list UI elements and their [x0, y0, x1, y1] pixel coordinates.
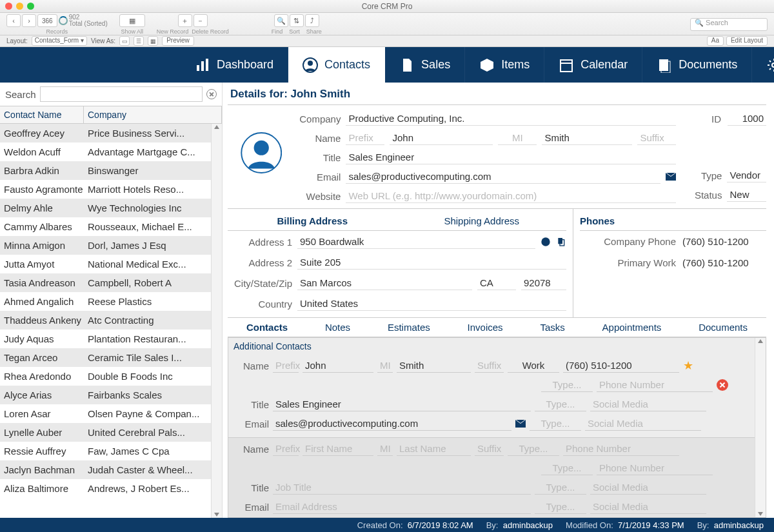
list-item[interactable]: Aliza BaltimoreAndrews, J Robert Es...: [0, 479, 211, 498]
list-item[interactable]: Judy AquasPlantation Restauran...: [0, 330, 211, 348]
list-item[interactable]: Loren AsarOlsen Payne & Compan...: [0, 404, 211, 423]
tab-preferences[interactable]: Preferences: [752, 47, 774, 83]
ac-first[interactable]: John: [303, 359, 373, 373]
dtab-appointments[interactable]: Appointments: [596, 322, 668, 333]
state-field[interactable]: CA: [477, 276, 516, 290]
show-all-button[interactable]: ▦: [119, 14, 145, 27]
tab-contacts[interactable]: Contacts: [288, 47, 385, 83]
first-name-field[interactable]: John: [390, 131, 493, 145]
prefix-field[interactable]: Prefix: [346, 131, 384, 145]
scroll-down-icon[interactable]: [758, 512, 763, 516]
col-contact-name[interactable]: Contact Name: [0, 106, 84, 123]
sort-button[interactable]: ⇅: [290, 14, 304, 27]
find-button[interactable]: 🔍: [274, 14, 288, 27]
share-button[interactable]: ⤴: [305, 14, 319, 27]
preview-button[interactable]: Preview: [162, 36, 194, 46]
globe-icon[interactable]: [541, 237, 551, 247]
nav-bar: Dashboard Contacts Sales Items Calendar …: [0, 47, 774, 83]
col-company[interactable]: Company: [84, 106, 222, 123]
copy-icon[interactable]: [556, 237, 566, 247]
billing-tab[interactable]: Billing Address: [228, 212, 397, 230]
mail-icon[interactable]: [666, 173, 676, 181]
shipping-tab[interactable]: Shipping Address: [397, 212, 567, 230]
search-top[interactable]: 🔍 Search: [690, 18, 768, 31]
list-item[interactable]: Rhea AredondoDouble B Foods Inc: [0, 367, 211, 386]
star-icon[interactable]: ★: [683, 359, 693, 373]
last-name-field[interactable]: Smith: [542, 131, 632, 145]
dtab-contacts[interactable]: Contacts: [240, 322, 294, 333]
list-item[interactable]: Jutta AmyotNational Medical Exc...: [0, 255, 211, 273]
tab-dashboard[interactable]: Dashboard: [181, 47, 288, 83]
addr2-field[interactable]: Suite 205: [297, 255, 566, 270]
type-field[interactable]: Vendor: [727, 168, 766, 182]
ac-last[interactable]: Smith: [397, 359, 471, 373]
ac-ptype[interactable]: Work: [508, 359, 559, 373]
tab-items[interactable]: Items: [465, 47, 544, 83]
list-item[interactable]: Cammy AlbaresRousseaux, Michael E...: [0, 217, 211, 236]
edit-layout-button[interactable]: Edit Layout: [726, 36, 768, 46]
list-item[interactable]: Thaddeus AnkenyAtc Contracting: [0, 311, 211, 330]
nav-back[interactable]: ‹: [6, 14, 21, 27]
country-field[interactable]: United States: [297, 297, 566, 311]
tab-sales[interactable]: Sales: [385, 47, 465, 83]
titlebar: Core CRM Pro: [0, 0, 774, 13]
mi-field[interactable]: MI: [498, 131, 537, 145]
city-field[interactable]: San Marcos: [297, 276, 472, 290]
suffix-field[interactable]: Suffix: [637, 131, 676, 145]
ac-email[interactable]: sales@productivecomputing.com: [273, 417, 511, 431]
scroll-up-icon[interactable]: [758, 339, 763, 343]
list-item[interactable]: Fausto AgramonteMarriott Hotels Reso...: [0, 180, 211, 199]
list-item[interactable]: Ressie AuffreyFaw, James C Cpa: [0, 442, 211, 460]
email-field[interactable]: sales@productivecomputing.com: [346, 170, 660, 184]
zip-field[interactable]: 92078: [521, 276, 566, 290]
toolbar: ‹ › 366 902Total (Sorted) Records ▦ Show…: [0, 13, 774, 35]
view-form[interactable]: ▭: [119, 36, 130, 46]
website-field[interactable]: Web URL (e.g. http://www.yourdomain.com): [346, 189, 676, 203]
list-item[interactable]: Jaclyn BachmanJudah Caster & Wheel...: [0, 460, 211, 479]
scroll-down-icon[interactable]: [214, 513, 219, 517]
dtab-notes[interactable]: Notes: [319, 322, 357, 333]
additional-scrollbar[interactable]: [755, 338, 766, 517]
tab-documents[interactable]: Documents: [642, 47, 752, 83]
new-record-button[interactable]: ＋: [178, 14, 192, 27]
box-icon: [479, 57, 495, 73]
delete-icon[interactable]: [717, 379, 728, 391]
mail-icon[interactable]: [515, 420, 526, 428]
delete-record-button[interactable]: －: [194, 14, 208, 27]
list-item[interactable]: Alyce AriasFairbanks Scales: [0, 386, 211, 404]
clear-search-icon[interactable]: [206, 89, 217, 99]
dtab-invoices[interactable]: Invoices: [461, 322, 510, 333]
calendar-icon: [559, 57, 574, 73]
status-field[interactable]: New: [727, 188, 766, 202]
scroll-up-icon[interactable]: [214, 125, 219, 129]
list-item[interactable]: Barbra AdkinBinswanger: [0, 161, 211, 180]
list-item[interactable]: Minna AmigonDorl, James J Esq: [0, 236, 211, 255]
ac-title[interactable]: Sales Engineer: [273, 397, 531, 411]
list-item[interactable]: Delmy AhleWye Technologies Inc: [0, 199, 211, 217]
layout-select[interactable]: Contacts_Form ▾: [32, 36, 87, 46]
ac-pval[interactable]: (760) 510-1200: [563, 359, 679, 373]
title-field[interactable]: Sales Engineer: [346, 150, 676, 164]
dtab-documents[interactable]: Documents: [692, 322, 754, 333]
view-list[interactable]: ☰: [134, 36, 144, 46]
nav-fwd[interactable]: ›: [22, 14, 36, 27]
addr1-field[interactable]: 950 Boardwalk: [297, 235, 535, 249]
record-counter[interactable]: 366: [37, 14, 57, 27]
list-item[interactable]: Weldon AcuffAdvantage Martgage C...: [0, 143, 211, 161]
list-item[interactable]: Tasia AndreasonCampbell, Robert A: [0, 273, 211, 292]
list-item[interactable]: Geoffrey AceyPrice Business Servi...: [0, 124, 211, 143]
company-field[interactable]: Productive Computing, Inc.: [346, 112, 676, 126]
search-input[interactable]: [40, 86, 203, 102]
list-item[interactable]: Tegan ArceoCeramic Tile Sales I...: [0, 348, 211, 367]
company-phone[interactable]: (760) 510-1200: [682, 236, 766, 247]
list-item[interactable]: Ahmed AngalichReese Plastics: [0, 292, 211, 311]
dtab-estimates[interactable]: Estimates: [381, 322, 437, 333]
list-item[interactable]: Lynelle AuberUnited Cerebral Pals...: [0, 423, 211, 442]
scrollbar[interactable]: [211, 124, 222, 518]
primary-work-phone[interactable]: (760) 510-1200: [682, 257, 766, 268]
dtab-tasks[interactable]: Tasks: [533, 322, 571, 333]
tab-calendar[interactable]: Calendar: [544, 47, 642, 83]
view-table[interactable]: ▦: [148, 36, 158, 46]
svg-rect-2: [206, 59, 208, 71]
text-size[interactable]: Aa: [707, 36, 724, 46]
